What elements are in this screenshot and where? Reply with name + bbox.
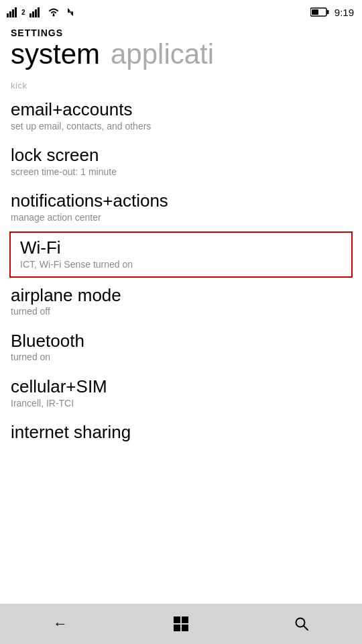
svg-rect-6 xyxy=(35,9,37,17)
signal-icon-1 xyxy=(7,7,19,17)
tab-system[interactable]: system xyxy=(11,39,100,70)
status-time: 9:19 xyxy=(335,7,354,18)
svg-rect-12 xyxy=(312,9,318,15)
section-kick-label: kick xyxy=(0,75,362,93)
lock-screen-subtitle: screen time-out: 1 minute xyxy=(11,166,351,178)
wifi-title: Wi-Fi xyxy=(20,238,342,258)
settings-item-bluetooth[interactable]: Bluetooth turned on xyxy=(0,325,362,370)
settings-label: SETTINGS xyxy=(11,28,63,38)
svg-rect-4 xyxy=(29,13,32,17)
svg-rect-11 xyxy=(326,10,328,14)
settings-item-wifi[interactable]: Wi-Fi ICT, Wi-Fi Sense turned on xyxy=(9,231,353,277)
settings-item-cellular-sim[interactable]: cellular+SIM Irancell, IR-TCI xyxy=(0,370,362,416)
settings-item-internet-sharing[interactable]: internet sharing xyxy=(0,416,362,449)
cellular-sim-title: cellular+SIM xyxy=(11,377,351,397)
settings-item-email-accounts[interactable]: email+accounts set up email, contacts, a… xyxy=(0,93,362,139)
email-accounts-title: email+accounts xyxy=(11,100,351,120)
settings-item-notifications[interactable]: notifications+actions manage action cent… xyxy=(0,184,362,230)
svg-rect-1 xyxy=(9,11,11,17)
settings-item-lock-screen[interactable]: lock screen screen time-out: 1 minute xyxy=(0,139,362,184)
tab-applications[interactable]: applicati xyxy=(111,39,214,70)
nav-back-button[interactable]: ← xyxy=(7,604,114,644)
notifications-subtitle: manage action center xyxy=(11,211,351,223)
battery-icon xyxy=(310,7,329,17)
status-bar: 2 9:19 xyxy=(0,0,362,24)
signal-icon-2 xyxy=(29,7,42,17)
settings-item-airplane-mode[interactable]: airplane mode turned off xyxy=(0,279,362,325)
search-icon xyxy=(294,616,309,631)
svg-rect-2 xyxy=(12,9,14,17)
nav-search-button[interactable] xyxy=(248,604,355,644)
data-icon xyxy=(64,7,76,17)
home-icon xyxy=(174,616,188,631)
notifications-title: notifications+actions xyxy=(11,191,351,211)
wifi-status-icon xyxy=(47,7,60,17)
wifi-subtitle: ICT, Wi-Fi Sense turned on xyxy=(20,258,342,270)
status-right: 9:19 xyxy=(310,7,354,18)
status-signals: 2 xyxy=(7,7,76,17)
back-icon: ← xyxy=(53,615,68,633)
svg-point-8 xyxy=(52,15,54,17)
email-accounts-subtitle: set up email, contacts, and others xyxy=(11,120,351,132)
nav-home-button[interactable] xyxy=(127,604,235,644)
nav-bar: ← xyxy=(0,604,362,644)
svg-line-14 xyxy=(304,626,308,630)
airplane-mode-title: airplane mode xyxy=(11,286,351,306)
svg-rect-3 xyxy=(15,7,17,17)
svg-rect-5 xyxy=(32,11,34,17)
sim-2-label: 2 xyxy=(21,9,25,16)
cellular-sim-subtitle: Irancell, IR-TCI xyxy=(11,397,351,409)
lock-screen-title: lock screen xyxy=(11,146,351,166)
bluetooth-subtitle: turned on xyxy=(11,351,351,363)
tabs-row[interactable]: system applicati xyxy=(0,39,362,70)
header: SETTINGS xyxy=(0,24,362,39)
svg-rect-7 xyxy=(38,7,40,17)
bluetooth-title: Bluetooth xyxy=(11,331,351,352)
airplane-mode-subtitle: turned off xyxy=(11,305,351,317)
settings-list: kick email+accounts set up email, contac… xyxy=(0,70,362,585)
internet-sharing-title: internet sharing xyxy=(11,423,351,443)
svg-rect-0 xyxy=(7,13,9,17)
